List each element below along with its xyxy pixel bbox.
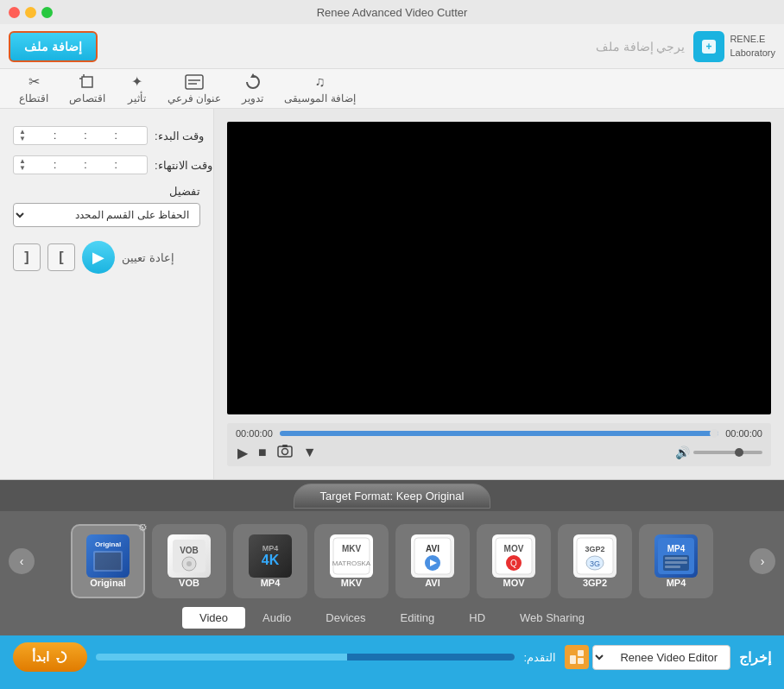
gear-badge: ⚙	[138, 524, 148, 534]
start-time-row: وقت البدء: 00 : 00 : 00 : 00 ▲ ▼	[13, 126, 200, 145]
mov-icon: MOV Q	[492, 534, 535, 578]
vob-icon: VOB	[168, 534, 211, 578]
maximize-button[interactable]	[41, 7, 53, 18]
format-label-mov: MOV	[503, 578, 524, 588]
reset-label: إعادة تعيين	[122, 251, 174, 264]
editor-select-arrow[interactable]	[565, 645, 589, 669]
start-label: ابدأ	[32, 649, 49, 665]
svg-rect-11	[282, 445, 288, 447]
end-m[interactable]: 00	[89, 159, 113, 171]
dropdown-button[interactable]: ▼	[301, 445, 319, 460]
svg-text:AVI: AVI	[426, 544, 439, 553]
start-m[interactable]: 00	[89, 130, 113, 142]
left-panel: وقت البدء: 00 : 00 : 00 : 00 ▲ ▼ وقت الا…	[0, 109, 214, 479]
start-time-input[interactable]: 00 : 00 : 00 : 00 ▲ ▼	[13, 126, 148, 145]
tab-hd[interactable]: HD	[452, 607, 503, 629]
toolbar-add-music[interactable]: ♫ إضافة الموسيقى	[274, 70, 365, 108]
progress-label: التقدم:	[523, 651, 556, 664]
volume-row: 🔊	[675, 446, 762, 459]
format-next-button[interactable]: ›	[749, 548, 775, 574]
format-prev-button[interactable]: ‹	[9, 548, 35, 574]
start-bracket-button[interactable]: [	[13, 243, 41, 271]
end-ms[interactable]: 00	[28, 159, 52, 171]
stop-button[interactable]: ■	[256, 445, 269, 460]
format-item-mov[interactable]: MOV Q MOV	[477, 524, 551, 598]
tab-devices[interactable]: Devices	[308, 607, 383, 629]
format-item-vob[interactable]: VOB VOB	[152, 524, 226, 598]
end-time-spinner[interactable]: ▲ ▼	[19, 158, 26, 172]
svg-point-10	[281, 449, 288, 455]
start-time-spinner[interactable]: ▲ ▼	[19, 129, 26, 142]
rotate-icon	[243, 73, 263, 91]
start-h[interactable]: 00	[119, 130, 143, 142]
toolbar-rotate[interactable]: تدوير	[231, 70, 274, 108]
svg-rect-39	[578, 658, 584, 664]
editor-select[interactable]: Renee Video Editor	[592, 645, 730, 670]
end-time-row: وقت الانتهاء: 00 : 00 : 00 : 00 ▲ ▼	[13, 155, 200, 174]
toolbar-effect[interactable]: ✦ تأثير	[116, 70, 157, 108]
svg-text:+: +	[706, 41, 712, 53]
timeline-start-time: 00:00:00	[236, 428, 273, 439]
volume-track[interactable]	[693, 451, 762, 454]
toolbar-subtitle-label: عنوان فرعي	[168, 92, 221, 104]
export-button[interactable]: إخراج	[739, 649, 771, 666]
end-time-label: وقت الانتهاء:	[155, 159, 212, 172]
format-item-mp4-4k[interactable]: MP4 4K MP4	[233, 524, 307, 598]
editor-select-wrap: Renee Video Editor	[565, 645, 730, 670]
timeline-track[interactable]	[280, 431, 718, 436]
tab-audio[interactable]: Audio	[245, 607, 308, 629]
format-label: Target Format: Keep Original	[294, 484, 491, 509]
svg-text:MP4: MP4	[667, 544, 686, 553]
toolbar-crop[interactable]: اقتصاص	[59, 70, 116, 108]
3gp2-icon: 3GP2 3G	[573, 534, 616, 578]
format-item-mkv[interactable]: MKV MATROSKA MKV	[314, 524, 389, 598]
svg-text:3G: 3G	[590, 559, 600, 568]
tab-web-sharing[interactable]: Web Sharing	[503, 607, 602, 629]
close-button[interactable]	[9, 7, 20, 18]
end-time-input[interactable]: 00 : 00 : 00 : 00 ▲ ▼	[13, 155, 148, 174]
svg-text:MKV: MKV	[342, 544, 362, 553]
add-file-button[interactable]: إضافة ملف	[9, 31, 98, 62]
toolbar-subtitle[interactable]: عنوان فرعي	[157, 70, 231, 108]
end-h[interactable]: 00	[119, 159, 143, 171]
format-item-avi[interactable]: AVI AVI	[395, 524, 470, 598]
minimize-button[interactable]	[25, 7, 36, 18]
format-item-mp4[interactable]: MP4 MP4	[639, 524, 713, 598]
toolbar-crop-label: اقتصاص	[69, 92, 105, 104]
play-preview-button[interactable]: ▶	[82, 241, 115, 274]
volume-thumb[interactable]	[735, 448, 743, 457]
tab-editing[interactable]: Editing	[383, 607, 452, 629]
format-label-mp4-4k: MP4	[261, 578, 281, 588]
titlebar: Renee Advanced Video Cutter	[0, 0, 784, 24]
snapshot-button[interactable]	[275, 444, 294, 461]
toolbar-cut[interactable]: ✂ اقتطاع	[9, 70, 59, 108]
playback-row: ▶ ■ ▼ 🔊	[236, 444, 762, 461]
tab-video[interactable]: Video	[182, 607, 245, 629]
timeline-thumb[interactable]	[710, 429, 718, 438]
logo: + RENE.E Laboratory	[693, 31, 775, 62]
preference-section: تفضيل الحفاظ على القسم المحدد	[13, 185, 200, 227]
avi-icon: AVI	[411, 534, 454, 578]
svg-rect-35	[665, 561, 687, 564]
preference-select[interactable]: الحفاظ على القسم المحدد	[13, 203, 200, 227]
traffic-lights	[9, 7, 53, 18]
end-decrement[interactable]: ▼	[19, 165, 26, 172]
end-s[interactable]: 00	[58, 159, 82, 171]
toolbar-rotate-label: تدوير	[242, 92, 263, 104]
video-panel: 00:00:00 00:00:00 ▶ ■ ▼ 🔊	[214, 109, 784, 479]
start-decrement[interactable]: ▼	[19, 136, 26, 142]
format-item-3gp2[interactable]: 3GP2 3G 3GP2	[558, 524, 632, 598]
video-controls: 00:00:00 00:00:00 ▶ ■ ▼ 🔊	[227, 423, 771, 466]
action-buttons: إعادة تعيين ▶ ] [	[13, 241, 200, 274]
start-button[interactable]: ابدأ	[13, 642, 87, 672]
volume-icon: 🔊	[675, 446, 690, 459]
crop-icon	[77, 73, 98, 91]
mkv-icon: MKV MATROSKA	[330, 534, 373, 578]
svg-marker-40	[56, 658, 60, 661]
play-button[interactable]: ▶	[236, 445, 250, 461]
format-item-original[interactable]: ⚙ Original Original	[71, 524, 145, 598]
start-ms[interactable]: 00	[28, 130, 52, 142]
start-s[interactable]: 00	[58, 130, 82, 142]
window-title: Renee Advanced Video Cutter	[317, 6, 468, 19]
end-bracket-button[interactable]: ]	[47, 243, 75, 271]
